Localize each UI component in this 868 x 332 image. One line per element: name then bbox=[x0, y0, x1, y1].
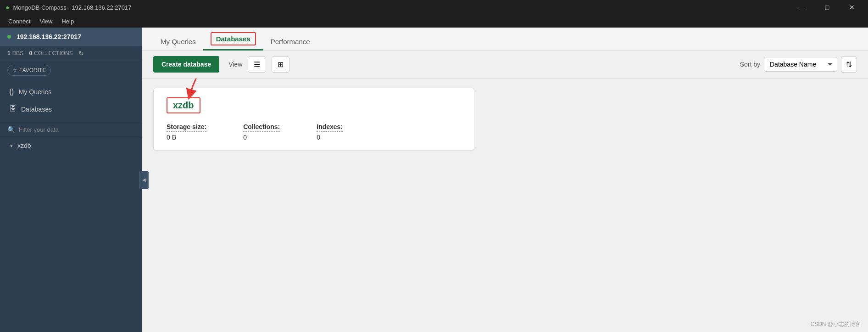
filter-search-icon: 🔍 bbox=[7, 126, 15, 133]
indexes-label: Indexes: bbox=[317, 123, 343, 132]
sort-direction-button[interactable]: ⇅ bbox=[841, 56, 857, 73]
list-view-button[interactable]: ☰ bbox=[248, 56, 266, 73]
storage-size-label: Storage size: bbox=[167, 123, 206, 132]
tab-databases[interactable]: Databases bbox=[203, 28, 263, 51]
window-controls: — □ ✕ bbox=[792, 0, 862, 15]
sort-by-label: Sort by bbox=[740, 61, 760, 68]
titlebar-title: MongoDB Compass - 192.168.136.22:27017 bbox=[13, 4, 792, 11]
refresh-icon[interactable]: ↻ bbox=[78, 50, 84, 57]
tab-databases-label: Databases bbox=[211, 32, 256, 45]
connection-address: 192.168.136.22:27017 bbox=[17, 33, 81, 40]
tab-performance[interactable]: Performance bbox=[263, 34, 317, 51]
sidebar: 192.168.136.22:27017 1 DBS 0 COLLECTIONS… bbox=[0, 28, 142, 332]
dbs-label: DBS bbox=[12, 50, 24, 56]
app-icon: ● bbox=[6, 4, 9, 11]
sort-direction-icon: ⇅ bbox=[846, 61, 852, 68]
sidebar-queries-label: My Queries bbox=[19, 88, 52, 96]
titlebar: ● MongoDB Compass - 192.168.136.22:27017… bbox=[0, 0, 868, 15]
collections-count-value: 0 bbox=[243, 134, 280, 141]
db-card-stats: Storage size: 0 B Collections: 0 Indexes… bbox=[167, 123, 461, 141]
toolbar: Create database View ☰ ⊞ Sort by Databas… bbox=[142, 51, 868, 79]
sort-select[interactable]: Database Name Storage Size Collections I… bbox=[764, 57, 837, 72]
sidebar-filter-section: 🔍 bbox=[0, 122, 142, 137]
sidebar-connection[interactable]: 192.168.136.22:27017 bbox=[0, 28, 142, 46]
grid-view-button[interactable]: ⊞ bbox=[272, 56, 289, 73]
sidebar-db-name: xzdb bbox=[17, 142, 31, 149]
annotation-container: xzdb Storage size: 0 B Collections: 0 In… bbox=[153, 88, 474, 151]
collections-label: COLLECTIONS bbox=[34, 50, 73, 56]
collections-stat: 0 COLLECTIONS bbox=[29, 50, 72, 56]
menubar: Connect View Help bbox=[0, 15, 868, 28]
indexes-value: 0 bbox=[317, 134, 343, 141]
databases-icon: 🗄 bbox=[9, 105, 17, 113]
collections-count-label: Collections: bbox=[243, 123, 280, 132]
grid-view-icon: ⊞ bbox=[278, 60, 284, 69]
sidebar-nav: {} My Queries 🗄 Databases bbox=[0, 79, 142, 122]
sidebar-databases-label: Databases bbox=[21, 106, 52, 113]
storage-size-value: 0 B bbox=[167, 134, 206, 141]
minimize-button[interactable]: — bbox=[792, 0, 813, 15]
sort-section: Sort by Database Name Storage Size Colle… bbox=[740, 56, 857, 73]
collections-count: 0 bbox=[29, 50, 32, 56]
close-button[interactable]: ✕ bbox=[841, 0, 862, 15]
connection-status-dot bbox=[7, 35, 11, 39]
sidebar-db-xzdb[interactable]: ▼ xzdb bbox=[0, 137, 142, 154]
dbs-stat: 1 DBS bbox=[7, 50, 23, 56]
queries-icon: {} bbox=[9, 88, 14, 96]
menu-connect[interactable]: Connect bbox=[4, 16, 35, 27]
app-layout: 192.168.136.22:27017 1 DBS 0 COLLECTIONS… bbox=[0, 28, 868, 332]
sidebar-collapse-button[interactable]: ◀ bbox=[139, 171, 149, 189]
star-icon: ☆ bbox=[12, 67, 17, 73]
favorite-button[interactable]: ☆ FAVORITE bbox=[7, 65, 51, 76]
sidebar-favorite-section: ☆ FAVORITE bbox=[0, 61, 142, 79]
maximize-button[interactable]: □ bbox=[817, 0, 838, 15]
cards-area: xzdb Storage size: 0 B Collections: 0 In… bbox=[142, 79, 868, 332]
collections-stat: Collections: 0 bbox=[243, 123, 280, 141]
tab-my-queries[interactable]: My Queries bbox=[153, 34, 203, 51]
view-label: View bbox=[228, 61, 242, 68]
favorite-label: FAVORITE bbox=[19, 67, 46, 73]
database-card-xzdb[interactable]: xzdb Storage size: 0 B Collections: 0 In… bbox=[153, 88, 474, 151]
storage-size-stat: Storage size: 0 B bbox=[167, 123, 206, 141]
dbs-count: 1 bbox=[7, 50, 11, 56]
sidebar-item-databases[interactable]: 🗄 Databases bbox=[0, 101, 142, 118]
list-view-icon: ☰ bbox=[254, 60, 260, 69]
indexes-stat: Indexes: 0 bbox=[317, 123, 343, 141]
sidebar-stats: 1 DBS 0 COLLECTIONS ↻ bbox=[0, 46, 142, 61]
menu-view[interactable]: View bbox=[35, 16, 57, 27]
create-database-button[interactable]: Create database bbox=[153, 56, 219, 73]
chevron-icon: ▼ bbox=[9, 143, 14, 148]
tabs-bar: My Queries Databases Performance bbox=[142, 28, 868, 51]
menu-help[interactable]: Help bbox=[57, 16, 78, 27]
main-content: My Queries Databases Performance Create … bbox=[142, 28, 868, 332]
sidebar-item-my-queries[interactable]: {} My Queries bbox=[0, 83, 142, 101]
filter-input[interactable] bbox=[19, 126, 135, 133]
watermark: CSDN @小志的博客 bbox=[810, 321, 861, 328]
db-card-name[interactable]: xzdb bbox=[167, 97, 200, 113]
